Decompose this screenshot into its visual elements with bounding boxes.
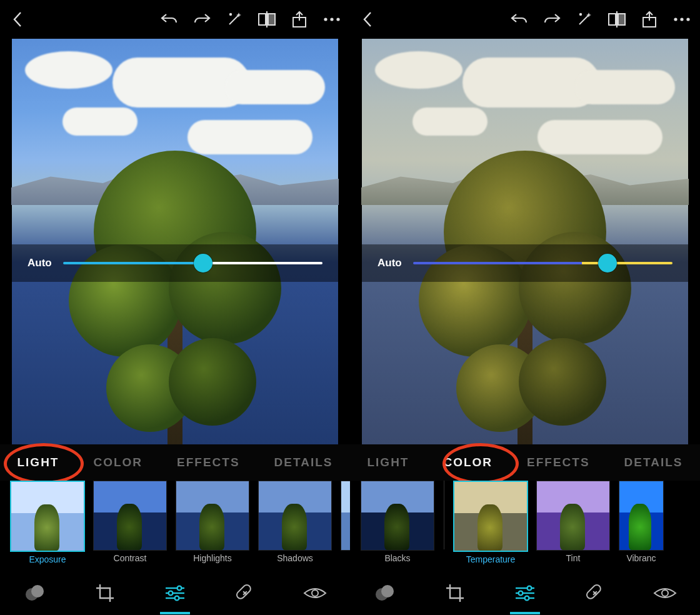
- category-tabs: LIGHT COLOR EFFECTS DETAILS: [350, 444, 700, 481]
- undo-icon[interactable]: [160, 10, 179, 29]
- adjust-slider-bar: Auto: [361, 244, 689, 282]
- svg-point-29: [381, 585, 394, 598]
- auto-button[interactable]: Auto: [378, 257, 402, 269]
- svg-point-20: [580, 14, 581, 15]
- svg-rect-2: [268, 14, 275, 25]
- photo-canvas[interactable]: Auto: [350, 39, 700, 444]
- adjust-slider-bar: Auto: [11, 244, 339, 282]
- category-tabs: LIGHT COLOR EFFECTS DETAILS: [0, 444, 350, 481]
- crop-icon[interactable]: [92, 581, 118, 606]
- more-icon[interactable]: [322, 10, 341, 29]
- svg-point-5: [324, 18, 327, 21]
- thumb-label: Contrast: [114, 553, 147, 563]
- thumb-contrast[interactable]: Contrast: [94, 481, 166, 563]
- redo-icon[interactable]: [542, 10, 561, 29]
- magic-wand-icon[interactable]: [575, 10, 594, 29]
- adjust-icon[interactable]: [512, 581, 538, 606]
- tab-color[interactable]: COLOR: [93, 456, 142, 469]
- share-icon[interactable]: [290, 10, 309, 29]
- svg-point-11: [178, 586, 182, 591]
- tab-light[interactable]: LIGHT: [367, 456, 409, 469]
- compare-icon[interactable]: [608, 10, 626, 29]
- tab-light[interactable]: LIGHT: [17, 456, 59, 469]
- redeye-icon[interactable]: [302, 581, 328, 606]
- svg-point-33: [519, 591, 523, 596]
- thumb-label: Blacks: [384, 553, 410, 563]
- svg-point-25: [674, 18, 677, 21]
- thumb-peek[interactable]: [341, 481, 350, 551]
- svg-point-15: [175, 596, 179, 601]
- redo-icon[interactable]: [192, 10, 211, 29]
- auto-button[interactable]: Auto: [28, 257, 52, 269]
- adjust-slider[interactable]: [413, 262, 672, 264]
- back-icon[interactable]: [359, 10, 378, 29]
- phone-left: Auto LIGHT COLOR EFFECTS DETAILS Exposur…: [0, 0, 350, 615]
- thumb-vibrance[interactable]: Vibranc: [619, 481, 663, 563]
- undo-icon[interactable]: [510, 10, 529, 29]
- thumb-temperature[interactable]: Temperature: [454, 481, 527, 564]
- svg-point-9: [31, 585, 44, 598]
- svg-rect-22: [618, 14, 625, 25]
- photo-canvas[interactable]: Auto: [0, 39, 350, 444]
- looks-icon[interactable]: [22, 581, 48, 606]
- svg-point-7: [336, 18, 339, 21]
- tab-effects[interactable]: EFFECTS: [177, 456, 240, 469]
- adjust-thumbs[interactable]: Blacks Temperature Tint Vibranc: [350, 481, 700, 571]
- adjust-thumbs[interactable]: Exposure Contrast Highlights Shadows: [0, 481, 350, 571]
- heal-icon[interactable]: [232, 581, 258, 606]
- thumb-tint[interactable]: Tint: [537, 481, 609, 563]
- thumb-label: Shadows: [277, 553, 313, 563]
- bottom-toolbar: [350, 571, 700, 615]
- thumb-label: Highlights: [193, 553, 231, 563]
- bottom-toolbar: [0, 571, 350, 615]
- svg-point-35: [525, 596, 529, 601]
- svg-rect-1: [259, 14, 266, 25]
- top-toolbar: [0, 0, 350, 39]
- svg-point-6: [330, 18, 333, 21]
- thumb-highlights[interactable]: Highlights: [176, 481, 249, 563]
- tab-details[interactable]: DETAILS: [624, 456, 683, 469]
- magic-wand-icon[interactable]: [225, 10, 244, 29]
- thumb-label: Vibranc: [626, 553, 656, 563]
- looks-icon[interactable]: [372, 581, 398, 606]
- top-toolbar: [350, 0, 700, 39]
- svg-point-0: [230, 14, 231, 15]
- redeye-icon[interactable]: [652, 581, 678, 606]
- thumb-label: Tint: [566, 553, 581, 563]
- compare-icon[interactable]: [258, 10, 276, 29]
- thumb-shadows[interactable]: Shadows: [259, 481, 331, 563]
- back-icon[interactable]: [9, 10, 28, 29]
- adjust-icon[interactable]: [162, 581, 188, 606]
- svg-point-31: [528, 586, 532, 591]
- tab-details[interactable]: DETAILS: [274, 456, 333, 469]
- svg-point-39: [662, 590, 668, 596]
- crop-icon[interactable]: [442, 581, 468, 606]
- phone-right: Auto LIGHT COLOR EFFECTS DETAILS Blacks …: [350, 0, 700, 615]
- share-icon[interactable]: [640, 10, 659, 29]
- svg-point-27: [686, 18, 689, 21]
- svg-point-19: [312, 590, 318, 596]
- thumb-label: Temperature: [466, 554, 516, 564]
- svg-point-13: [169, 591, 173, 596]
- adjust-slider[interactable]: [63, 262, 322, 264]
- tab-effects[interactable]: EFFECTS: [527, 456, 590, 469]
- svg-rect-21: [609, 14, 616, 25]
- more-icon[interactable]: [672, 10, 691, 29]
- thumb-blacks[interactable]: Blacks: [361, 481, 434, 563]
- thumb-exposure[interactable]: Exposure: [11, 481, 84, 564]
- thumb-label: Exposure: [29, 554, 66, 564]
- tab-color[interactable]: COLOR: [443, 456, 492, 469]
- heal-icon[interactable]: [582, 581, 608, 606]
- svg-point-26: [680, 18, 683, 21]
